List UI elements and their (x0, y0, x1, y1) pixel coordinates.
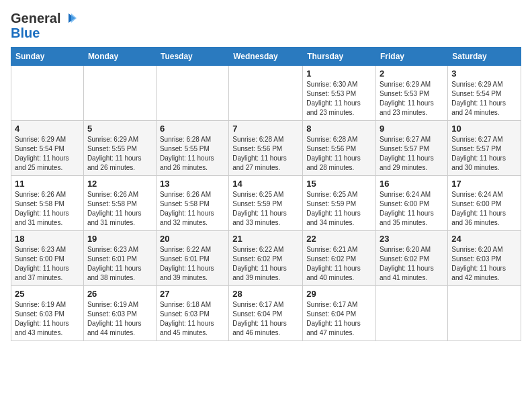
col-header-tuesday: Tuesday (156, 48, 228, 66)
calendar-cell: 13Sunrise: 6:26 AM Sunset: 5:58 PM Dayli… (156, 176, 228, 231)
cell-info: Sunrise: 6:24 AM Sunset: 6:00 PM Dayligh… (380, 190, 444, 228)
day-number: 10 (451, 124, 517, 134)
week-row-4: 18Sunrise: 6:23 AM Sunset: 6:00 PM Dayli… (11, 231, 521, 286)
logo: General Blue (11, 11, 77, 40)
day-number: 27 (160, 289, 225, 299)
cell-info: Sunrise: 6:29 AM Sunset: 5:53 PM Dayligh… (380, 80, 444, 118)
day-number: 29 (306, 289, 372, 299)
calendar-cell: 25Sunrise: 6:19 AM Sunset: 6:03 PM Dayli… (11, 286, 84, 341)
week-row-1: 1Sunrise: 6:30 AM Sunset: 5:53 PM Daylig… (11, 66, 521, 121)
calendar-cell: 14Sunrise: 6:25 AM Sunset: 5:59 PM Dayli… (229, 176, 303, 231)
day-number: 22 (306, 234, 372, 244)
calendar-cell: 3Sunrise: 6:29 AM Sunset: 5:54 PM Daylig… (448, 66, 521, 121)
calendar-cell: 18Sunrise: 6:23 AM Sunset: 6:00 PM Dayli… (11, 231, 84, 286)
calendar-cell: 29Sunrise: 6:17 AM Sunset: 6:04 PM Dayli… (303, 286, 376, 341)
calendar-cell: 4Sunrise: 6:29 AM Sunset: 5:54 PM Daylig… (11, 121, 84, 176)
logo-container: General Blue (11, 11, 77, 40)
day-number: 26 (87, 289, 152, 299)
calendar-cell (11, 66, 84, 121)
cell-info: Sunrise: 6:21 AM Sunset: 6:02 PM Dayligh… (306, 245, 372, 283)
cell-info: Sunrise: 6:20 AM Sunset: 6:02 PM Dayligh… (380, 245, 444, 283)
calendar-cell: 8Sunrise: 6:28 AM Sunset: 5:56 PM Daylig… (303, 121, 376, 176)
day-number: 28 (232, 289, 299, 299)
cell-info: Sunrise: 6:26 AM Sunset: 5:58 PM Dayligh… (87, 190, 152, 228)
calendar-cell: 26Sunrise: 6:19 AM Sunset: 6:03 PM Dayli… (83, 286, 156, 341)
calendar-body: 1Sunrise: 6:30 AM Sunset: 5:53 PM Daylig… (11, 66, 521, 341)
week-row-2: 4Sunrise: 6:29 AM Sunset: 5:54 PM Daylig… (11, 121, 521, 176)
calendar-cell: 5Sunrise: 6:29 AM Sunset: 5:55 PM Daylig… (83, 121, 156, 176)
day-number: 3 (451, 68, 517, 79)
cell-info: Sunrise: 6:29 AM Sunset: 5:54 PM Dayligh… (451, 80, 517, 118)
cell-info: Sunrise: 6:20 AM Sunset: 6:03 PM Dayligh… (451, 245, 517, 283)
logo-bird-icon (62, 11, 77, 26)
calendar-cell: 11Sunrise: 6:26 AM Sunset: 5:58 PM Dayli… (11, 176, 84, 231)
day-number: 12 (87, 179, 152, 189)
cell-info: Sunrise: 6:18 AM Sunset: 6:03 PM Dayligh… (160, 300, 225, 338)
day-number: 6 (160, 124, 225, 134)
calendar-cell: 6Sunrise: 6:28 AM Sunset: 5:55 PM Daylig… (156, 121, 228, 176)
calendar-cell: 23Sunrise: 6:20 AM Sunset: 6:02 PM Dayli… (376, 231, 448, 286)
cell-info: Sunrise: 6:23 AM Sunset: 6:01 PM Dayligh… (87, 245, 152, 283)
cell-info: Sunrise: 6:26 AM Sunset: 5:58 PM Dayligh… (160, 190, 225, 228)
day-number: 8 (306, 124, 372, 134)
calendar-cell: 15Sunrise: 6:25 AM Sunset: 5:59 PM Dayli… (303, 176, 376, 231)
day-number: 20 (160, 234, 225, 244)
calendar-cell: 9Sunrise: 6:27 AM Sunset: 5:57 PM Daylig… (376, 121, 448, 176)
cell-info: Sunrise: 6:22 AM Sunset: 6:02 PM Dayligh… (232, 245, 299, 283)
cell-info: Sunrise: 6:24 AM Sunset: 6:00 PM Dayligh… (451, 190, 517, 228)
cell-info: Sunrise: 6:23 AM Sunset: 6:00 PM Dayligh… (15, 245, 80, 283)
col-header-wednesday: Wednesday (229, 48, 303, 66)
calendar-cell (229, 66, 303, 121)
col-header-sunday: Sunday (11, 48, 84, 66)
cell-info: Sunrise: 6:27 AM Sunset: 5:57 PM Dayligh… (451, 135, 517, 173)
cell-info: Sunrise: 6:25 AM Sunset: 5:59 PM Dayligh… (306, 190, 372, 228)
calendar-cell (83, 66, 156, 121)
calendar-cell: 12Sunrise: 6:26 AM Sunset: 5:58 PM Dayli… (83, 176, 156, 231)
cell-info: Sunrise: 6:29 AM Sunset: 5:55 PM Dayligh… (87, 135, 152, 173)
cell-info: Sunrise: 6:27 AM Sunset: 5:57 PM Dayligh… (380, 135, 444, 173)
header: General Blue (11, 11, 521, 40)
logo-text-blue: Blue (11, 26, 40, 40)
calendar-cell: 1Sunrise: 6:30 AM Sunset: 5:53 PM Daylig… (303, 66, 376, 121)
day-number: 14 (232, 179, 299, 189)
day-number: 16 (380, 179, 444, 189)
day-number: 5 (87, 124, 152, 134)
day-number: 9 (380, 124, 444, 134)
cell-info: Sunrise: 6:28 AM Sunset: 5:56 PM Dayligh… (232, 135, 299, 173)
calendar-cell: 27Sunrise: 6:18 AM Sunset: 6:03 PM Dayli… (156, 286, 228, 341)
day-number: 13 (160, 179, 225, 189)
day-number: 1 (306, 68, 372, 79)
col-header-monday: Monday (83, 48, 156, 66)
day-number: 2 (380, 68, 444, 79)
calendar-header-row: SundayMondayTuesdayWednesdayThursdayFrid… (11, 48, 521, 66)
calendar-cell: 19Sunrise: 6:23 AM Sunset: 6:01 PM Dayli… (83, 231, 156, 286)
cell-info: Sunrise: 6:26 AM Sunset: 5:58 PM Dayligh… (15, 190, 80, 228)
calendar-cell: 21Sunrise: 6:22 AM Sunset: 6:02 PM Dayli… (229, 231, 303, 286)
cell-info: Sunrise: 6:29 AM Sunset: 5:54 PM Dayligh… (15, 135, 80, 173)
calendar-cell: 22Sunrise: 6:21 AM Sunset: 6:02 PM Dayli… (303, 231, 376, 286)
svg-marker-1 (71, 13, 77, 23)
day-number: 19 (87, 234, 152, 244)
day-number: 21 (232, 234, 299, 244)
cell-info: Sunrise: 6:17 AM Sunset: 6:04 PM Dayligh… (306, 300, 372, 338)
day-number: 23 (380, 234, 444, 244)
calendar-cell: 16Sunrise: 6:24 AM Sunset: 6:00 PM Dayli… (376, 176, 448, 231)
calendar-cell (448, 286, 521, 341)
calendar-cell (376, 286, 448, 341)
cell-info: Sunrise: 6:17 AM Sunset: 6:04 PM Dayligh… (232, 300, 299, 338)
calendar-cell: 10Sunrise: 6:27 AM Sunset: 5:57 PM Dayli… (448, 121, 521, 176)
col-header-friday: Friday (376, 48, 448, 66)
calendar-cell: 17Sunrise: 6:24 AM Sunset: 6:00 PM Dayli… (448, 176, 521, 231)
day-number: 11 (15, 179, 80, 189)
calendar-cell (156, 66, 228, 121)
cell-info: Sunrise: 6:19 AM Sunset: 6:03 PM Dayligh… (87, 300, 152, 338)
calendar-cell: 7Sunrise: 6:28 AM Sunset: 5:56 PM Daylig… (229, 121, 303, 176)
day-number: 7 (232, 124, 299, 134)
cell-info: Sunrise: 6:22 AM Sunset: 6:01 PM Dayligh… (160, 245, 225, 283)
calendar-cell: 24Sunrise: 6:20 AM Sunset: 6:03 PM Dayli… (448, 231, 521, 286)
day-number: 4 (15, 124, 80, 134)
calendar-cell: 28Sunrise: 6:17 AM Sunset: 6:04 PM Dayli… (229, 286, 303, 341)
logo-text-general: General (11, 11, 60, 26)
week-row-3: 11Sunrise: 6:26 AM Sunset: 5:58 PM Dayli… (11, 176, 521, 231)
cell-info: Sunrise: 6:25 AM Sunset: 5:59 PM Dayligh… (232, 190, 299, 228)
